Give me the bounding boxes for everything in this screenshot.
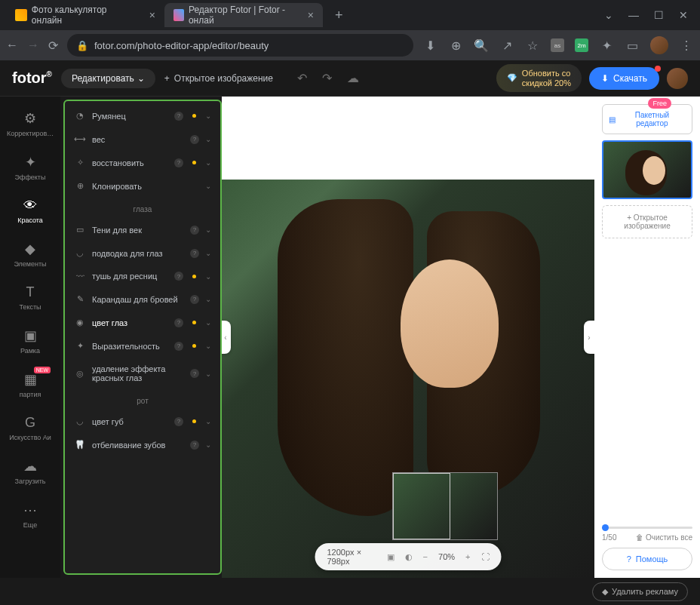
fit-icon[interactable]: ▣ (387, 552, 395, 562)
beauty-option-2[interactable]: ✧восстановить?⌄ (65, 151, 220, 174)
help-icon[interactable]: ? (190, 226, 199, 235)
chevron-down-icon: ⌄ (205, 226, 211, 234)
nav-frame[interactable]: ▣Рамка (4, 320, 57, 362)
help-icon[interactable]: ? (174, 272, 183, 281)
fullscreen-icon[interactable]: ⛶ (481, 552, 490, 561)
plus-icon: + (164, 73, 170, 84)
menu-icon[interactable]: ⋮ (679, 38, 694, 53)
help-icon[interactable]: ? (174, 318, 183, 327)
undo-icon[interactable]: ↶ (297, 71, 307, 85)
nav-beauty[interactable]: 👁Красота (4, 190, 57, 232)
help-icon[interactable]: ? (190, 295, 199, 304)
zoom-in-button[interactable]: + (465, 552, 470, 561)
profile-avatar[interactable] (650, 36, 668, 54)
close-icon[interactable]: × (308, 9, 314, 21)
ext-1-icon[interactable]: as (551, 38, 564, 52)
clear-all-button[interactable]: 🗑Очистить все (636, 533, 692, 542)
nav-batch[interactable]: NEW▦партия (4, 364, 57, 406)
forward-icon[interactable]: → (27, 38, 39, 52)
compare-icon[interactable]: ◐ (405, 552, 413, 562)
batch-editor-button[interactable]: ▤Пакетный редактор (602, 104, 692, 134)
zoom-out-button[interactable]: − (423, 552, 428, 561)
nav-upload[interactable]: ☁Загрузить (4, 450, 57, 493)
thumbnail[interactable] (602, 140, 692, 199)
edit-dropdown[interactable]: Редактировать ⌄ (61, 69, 155, 88)
tab-title: Редактор Fotor | Fotor - онлай (189, 5, 297, 26)
option-icon: ⟷ (74, 134, 86, 144)
left-nav: ⚙Корректиров… ✦Эффекты 👁Красота ◆Элемент… (0, 97, 60, 578)
browser-titlebar: Фото калькулятор онлайн × Редактор Fotor… (0, 0, 700, 30)
url-text: fotor.com/photo-editor-app/editor/beauty (94, 40, 269, 51)
nav-ai[interactable]: GИскусство Аи (4, 407, 57, 449)
maximize-icon[interactable]: ☐ (654, 9, 664, 21)
share-icon[interactable]: ↗ (499, 38, 514, 53)
chevron-down-icon: ⌄ (137, 73, 145, 84)
beauty-option-3[interactable]: ⊕Клонировать⌄ (65, 174, 220, 198)
minimap[interactable] (392, 472, 498, 540)
ext-2-icon[interactable]: 2m (575, 38, 588, 52)
url-input[interactable]: 🔒 fotor.com/photo-editor-app/editor/beau… (67, 34, 413, 57)
upgrade-button[interactable]: 💎 Обновить соскидкой 20% (496, 64, 582, 91)
beauty-option-6[interactable]: ◡подводка для глаз?⌄ (65, 241, 220, 265)
help-icon: ? (627, 554, 631, 564)
trash-icon: 🗑 (636, 533, 643, 542)
thumbnail-slider[interactable] (602, 527, 692, 529)
open-image-button[interactable]: + Открытое изображение (164, 73, 273, 84)
browser-tab-1[interactable]: Фото калькулятор онлайн × (6, 3, 164, 27)
nav-adjust[interactable]: ⚙Корректиров… (4, 103, 57, 145)
back-icon[interactable]: ← (6, 38, 18, 52)
beauty-option-7[interactable]: 〰тушь для ресниц?⌄ (65, 265, 220, 287)
help-icon[interactable]: ? (190, 441, 199, 450)
help-icon[interactable]: ? (190, 135, 199, 144)
help-icon[interactable]: ? (190, 249, 199, 258)
remove-ads-button[interactable]: ◆Удалить рекламу (592, 582, 688, 601)
help-icon[interactable]: ? (174, 112, 183, 121)
premium-dot-icon (192, 114, 196, 118)
chevron-down-icon[interactable]: ⌄ (604, 9, 613, 21)
beauty-option-5[interactable]: ▭Тени для век?⌄ (65, 218, 220, 241)
help-icon[interactable]: ? (174, 417, 183, 426)
help-icon[interactable]: ? (190, 369, 199, 378)
nav-elements[interactable]: ◆Элементы (4, 233, 57, 275)
close-window-icon[interactable]: ✕ (679, 9, 688, 21)
zoom-icon[interactable]: 🔍 (474, 38, 489, 53)
premium-dot-icon (192, 321, 196, 324)
cloud-icon[interactable]: ☁ (347, 71, 359, 85)
nav-effects[interactable]: ✦Эффекты (4, 146, 57, 189)
panel-expand-right[interactable]: › (584, 321, 594, 354)
minimize-icon[interactable]: — (628, 9, 639, 21)
minimap-viewport[interactable] (393, 473, 450, 539)
new-tab-button[interactable]: + (329, 8, 349, 23)
beauty-option-14[interactable]: 🦷отбеливание зубов?⌄ (65, 433, 220, 456)
beauty-option-10[interactable]: ✦Выразительность?⌄ (65, 334, 220, 358)
reload-icon[interactable]: ⟳ (48, 38, 58, 53)
beauty-option-0[interactable]: ◔Румянец?⌄ (65, 104, 220, 127)
install-icon[interactable]: ⬇ (422, 38, 438, 53)
panel-expand-left[interactable]: ‹ (222, 321, 231, 354)
nav-more[interactable]: ⋯Еще (4, 494, 57, 536)
side-panel-icon[interactable]: ▭ (625, 38, 640, 53)
help-icon[interactable]: ? (174, 342, 183, 351)
extensions-icon[interactable]: ✦ (599, 38, 614, 53)
beauty-option-13[interactable]: ◡цвет губ?⌄ (65, 410, 220, 433)
help-icon[interactable]: ? (174, 158, 183, 167)
chevron-down-icon: ⌄ (205, 135, 211, 143)
close-icon[interactable]: × (149, 9, 155, 21)
beauty-option-11[interactable]: ◎удаление эффекта красных глаз?⌄ (65, 358, 220, 389)
zoom-pct: 70% (438, 552, 455, 561)
canvas-area: ‹ 1200px × 798px ▣ ◐ − 70% + ⛶ (222, 97, 594, 578)
logo[interactable]: fotor® (12, 69, 52, 87)
beauty-option-1[interactable]: ⟷вес?⌄ (65, 127, 220, 151)
add-image-button[interactable]: + Открытое изображение (602, 205, 692, 238)
user-avatar[interactable] (667, 68, 688, 89)
nav-text[interactable]: TТексты (4, 277, 57, 318)
beauty-option-8[interactable]: ✎Карандаш для бровей?⌄ (65, 287, 220, 311)
translate-icon[interactable]: ⊕ (448, 38, 463, 53)
redo-icon[interactable]: ↷ (322, 71, 332, 85)
beauty-option-9[interactable]: ◉цвет глаз?⌄ (65, 311, 220, 334)
download-button[interactable]: ⬇Скачать (589, 67, 659, 90)
browser-tab-2[interactable]: Редактор Fotor | Fotor - онлай × (164, 3, 323, 27)
help-button[interactable]: ?Помощь (602, 548, 692, 570)
bookmark-icon[interactable]: ☆ (525, 38, 540, 53)
page-counter: 1/50 (602, 533, 616, 542)
